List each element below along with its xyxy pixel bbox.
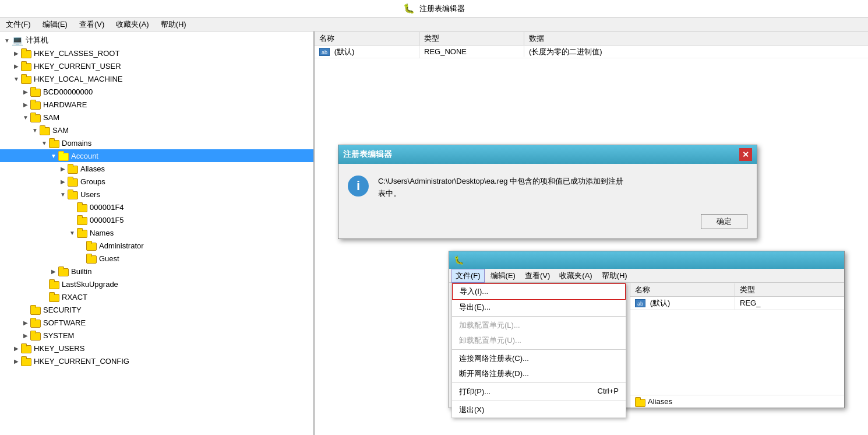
arrow-software: ▶ xyxy=(21,320,30,326)
second-editor-menubar: 文件(F) 编辑(E) 查看(V) 收藏夹(A) 帮助(H) xyxy=(449,269,844,283)
tree-node-bcd[interactable]: ▶ BCD00000000 xyxy=(0,85,313,98)
dialog-message-line1: C:\Users\Administrator\Desktop\ea.reg 中包… xyxy=(378,177,623,185)
tree-node-sam2[interactable]: ▼ SAM xyxy=(0,124,313,136)
arrow-account: ▼ xyxy=(49,153,58,159)
menu-view[interactable]: 查看(V) xyxy=(76,18,108,31)
node-label-users: Users xyxy=(80,190,100,199)
folder-icon-aliases xyxy=(68,164,78,173)
tree-node-account[interactable]: ▼ Account xyxy=(0,149,313,162)
tree-node-sam[interactable]: ▼ SAM xyxy=(0,111,313,124)
tree-node-rxact[interactable]: RXACT xyxy=(0,290,313,303)
node-label-user1f4: 000001F4 xyxy=(90,203,124,212)
tree-node-hkey-users[interactable]: ▶ HKEY_USERS xyxy=(0,342,313,355)
arrow-domains: ▼ xyxy=(40,140,49,146)
tree-node-lastsku[interactable]: LastSkuUpgrade xyxy=(0,278,313,290)
folder-icon-system xyxy=(30,331,41,340)
tree-node-user1f4[interactable]: 000001F4 xyxy=(0,201,313,213)
tree-node-computer[interactable]: ▼ 💻 计算机 xyxy=(0,34,313,47)
folder-icon-bcd xyxy=(30,87,41,96)
second-menu-edit[interactable]: 编辑(E) xyxy=(487,269,519,282)
tree-node-users[interactable]: ▼ Users xyxy=(0,188,313,201)
tree-node-local-machine[interactable]: ▼ HKEY_LOCAL_MACHINE xyxy=(0,72,313,85)
ok-button[interactable]: 确定 xyxy=(701,214,747,229)
tree-node-hkey-current-config[interactable]: ▶ HKEY_CURRENT_CONFIG xyxy=(0,355,313,367)
tree-node-domains[interactable]: ▼ Domains xyxy=(0,136,313,149)
menu-item-export[interactable]: 导出(E)... xyxy=(452,300,626,315)
node-label-current-user: HKEY_CURRENT_USER xyxy=(34,62,121,71)
menu-item-import[interactable]: 导入(I)... xyxy=(452,283,626,300)
node-label-hkey-current-config: HKEY_CURRENT_CONFIG xyxy=(34,357,129,366)
cell-type-default: REG_NONE xyxy=(419,46,524,57)
node-label-sam2: SAM xyxy=(52,126,69,135)
menu-help[interactable]: 帮助(H) xyxy=(157,18,190,31)
tree-node-aliases[interactable]: ▶ Aliases xyxy=(0,162,313,175)
folder-icon-local-machine xyxy=(21,74,31,83)
second-detail-header: 名称 类型 xyxy=(630,283,844,297)
default-value-name: (默认) xyxy=(334,47,355,56)
app-icon: 🐛 xyxy=(403,3,415,14)
tree-node-classes-root[interactable]: ▶ HKEY_CLASSES_ROOT xyxy=(0,47,313,59)
reg-value-icon: ab xyxy=(319,48,330,56)
arrow-local-machine: ▼ xyxy=(12,76,21,82)
second-detail-pane: 名称 类型 ab (默认) REG_ Aliases xyxy=(630,283,844,408)
second-bottom-row: Aliases xyxy=(630,395,844,408)
folder-icon-administrator xyxy=(86,241,97,250)
folder-icon-user1f4 xyxy=(77,202,87,212)
second-aliases-label: Aliases xyxy=(648,397,672,406)
dialog-titlebar: 注册表编辑器 ✕ xyxy=(338,145,757,164)
second-menu-file[interactable]: 文件(F) xyxy=(451,269,485,283)
second-editor-titlebar: 🐛 xyxy=(449,251,844,269)
folder-icon-users xyxy=(68,190,78,199)
folder-icon-guest xyxy=(86,254,97,263)
menu-edit[interactable]: 编辑(E) xyxy=(39,18,71,31)
computer-icon: 💻 xyxy=(12,35,23,46)
node-label-domains: Domains xyxy=(62,139,91,148)
tree-node-names[interactable]: ▼ Names xyxy=(0,226,313,239)
arrow-hkey-users: ▶ xyxy=(12,345,21,352)
tree-node-administrator[interactable]: Administrator xyxy=(0,239,313,252)
second-menu-help[interactable]: 帮助(H) xyxy=(598,269,631,282)
menu-item-disconnect-network[interactable]: 断开网络注册表(D)... xyxy=(452,366,626,381)
second-col-header-name: 名称 xyxy=(630,283,735,296)
tree-node-user1f5[interactable]: 000001F5 xyxy=(0,213,313,226)
tree-node-groups[interactable]: ▶ Groups xyxy=(0,175,313,188)
dialog-close-button[interactable]: ✕ xyxy=(739,148,752,161)
menu-item-exit[interactable]: 退出(X) xyxy=(452,402,626,418)
tree-node-system[interactable]: ▶ SYSTEM xyxy=(0,329,313,342)
detail-row-default[interactable]: ab (默认) REG_NONE (长度为零的二进制值) xyxy=(315,45,868,58)
arrow-builtin: ▶ xyxy=(49,268,58,275)
print-label: 打印(P)... xyxy=(459,387,491,397)
col-header-name: 名称 xyxy=(315,32,419,45)
tree-node-hardware[interactable]: ▶ HARDWARE xyxy=(0,98,313,111)
tree-node-builtin[interactable]: ▶ Builtin xyxy=(0,265,313,278)
second-folder-icon xyxy=(635,397,645,406)
arrow-hardware: ▶ xyxy=(21,101,30,108)
folder-icon-user1f5 xyxy=(77,215,87,224)
folder-icon-software xyxy=(30,318,41,327)
tree-node-guest[interactable]: Guest xyxy=(0,252,313,265)
second-menu-favorites[interactable]: 收藏夹(A) xyxy=(556,269,595,282)
node-label-computer: 计算机 xyxy=(26,35,48,45)
second-menu-view[interactable]: 查看(V) xyxy=(521,269,553,282)
menu-file[interactable]: 文件(F) xyxy=(2,18,34,31)
folder-icon-builtin xyxy=(58,266,69,276)
menu-bar: 文件(F) 编辑(E) 查看(V) 收藏夹(A) 帮助(H) xyxy=(0,17,868,31)
node-label-classes-root: HKEY_CLASSES_ROOT xyxy=(34,49,119,58)
separator-4 xyxy=(452,401,626,401)
tree-node-software[interactable]: ▶ SOFTWARE xyxy=(0,316,313,329)
second-default-name: (默认) xyxy=(650,299,671,307)
second-detail-row-default[interactable]: ab (默认) REG_ xyxy=(630,297,844,310)
tree-node-security[interactable]: SECURITY xyxy=(0,303,313,316)
dialog-title: 注册表编辑器 xyxy=(343,149,392,160)
node-label-local-machine: HKEY_LOCAL_MACHINE xyxy=(34,75,122,83)
folder-icon-hardware xyxy=(30,100,41,109)
tree-node-current-user[interactable]: ▶ HKEY_CURRENT_USER xyxy=(0,59,313,72)
menu-item-unload-hive: 卸载配置单元(U)... xyxy=(452,333,626,348)
cell-data-default: (长度为零的二进制值) xyxy=(524,45,868,58)
second-editor: 🐛 文件(F) 编辑(E) 查看(V) 收藏夹(A) 帮助(H) 导入(I)..… xyxy=(449,251,845,408)
node-label-bcd: BCD00000000 xyxy=(43,87,93,96)
second-cell-type-default: REG_ xyxy=(735,297,844,308)
menu-favorites[interactable]: 收藏夹(A) xyxy=(112,18,152,31)
menu-item-connect-network[interactable]: 连接网络注册表(C)... xyxy=(452,351,626,366)
menu-item-print[interactable]: 打印(P)... Ctrl+P xyxy=(452,384,626,399)
